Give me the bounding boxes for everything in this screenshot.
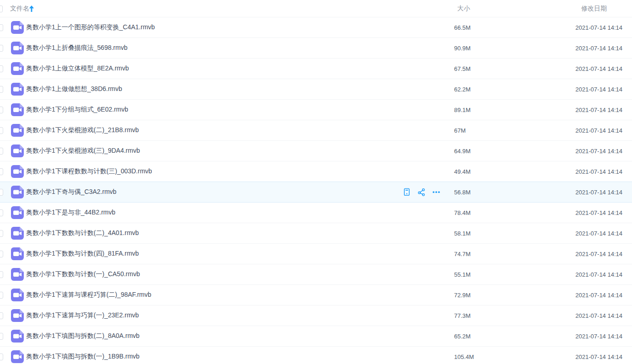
video-file-icon [11, 309, 24, 322]
file-size: 89.1M [454, 107, 471, 113]
more-icon[interactable] [432, 188, 440, 196]
file-name[interactable]: 奥数小学1下填图与拆数(二)_8A0A.rmvb [26, 332, 139, 340]
file-size: 58.1M [454, 230, 471, 237]
file-modified-date: 2021-07-14 14:14 [575, 45, 622, 52]
file-name[interactable]: 奥数小学1下速算与课程巧算(二)_98AF.rmvb [26, 291, 151, 299]
row-actions [403, 188, 440, 196]
file-name[interactable]: 奥数小学1下火柴棍游戏(三)_9DA4.rmvb [26, 147, 140, 155]
file-modified-date: 2021-07-14 14:14 [575, 292, 622, 299]
file-size: 56.8M [454, 189, 471, 196]
column-header-date[interactable]: 修改日期 [581, 5, 607, 13]
file-size: 67.5M [454, 65, 471, 72]
file-size: 78.4M [454, 209, 471, 216]
select-all-checkbox[interactable] [0, 5, 3, 12]
row-checkbox[interactable] [0, 86, 3, 93]
column-header-filename[interactable]: 文件名 [10, 5, 29, 13]
row-checkbox[interactable] [0, 168, 3, 175]
file-name[interactable]: 奥数小学1下课程数数与计数(三)_003D.rmvb [26, 167, 152, 176]
file-row[interactable]: 奥数小学1下奇与偶_C3A2.rmvb 56.8M 2021-07-14 14:… [0, 182, 632, 203]
row-checkbox[interactable] [0, 230, 3, 237]
row-checkbox[interactable] [0, 189, 3, 196]
file-row[interactable]: 奥数小学1下填图与拆数(二)_8A0A.rmvb 65.2M 2021-07-1… [0, 326, 632, 347]
file-modified-date: 2021-07-14 14:14 [575, 209, 622, 216]
file-name[interactable]: 奥数小学1上折叠描痕法_5698.rmvb [26, 44, 128, 52]
device-icon[interactable] [403, 188, 411, 196]
file-modified-date: 2021-07-14 14:14 [575, 189, 622, 196]
file-row[interactable]: 奥数小学1下课程数数与计数(三)_003D.rmvb 49.4M 2021-07… [0, 161, 632, 182]
row-checkbox[interactable] [0, 271, 3, 278]
row-checkbox[interactable] [0, 148, 3, 155]
file-modified-date: 2021-07-14 14:14 [575, 312, 622, 319]
video-file-icon [11, 21, 24, 34]
row-checkbox[interactable] [0, 127, 3, 134]
file-list-header: 文件名 大小 修改日期 [0, 0, 632, 17]
row-checkbox[interactable] [0, 251, 3, 257]
file-row[interactable]: 奥数小学1下分组与组式_6E02.rmvb 89.1M 2021-07-14 1… [0, 100, 632, 120]
sort-ascending-icon[interactable] [29, 5, 34, 12]
file-modified-date: 2021-07-14 14:14 [575, 271, 622, 278]
row-checkbox[interactable] [0, 65, 3, 72]
row-checkbox[interactable] [0, 45, 3, 52]
file-row[interactable]: 奥数小学1下填图与拆数(一)_1B9B.rmvb 105.4M 2021-07-… [0, 347, 632, 364]
video-file-icon [11, 350, 24, 363]
video-file-icon [11, 289, 24, 301]
file-modified-date: 2021-07-14 14:14 [575, 148, 622, 155]
row-checkbox[interactable] [0, 209, 3, 216]
file-size: 55.1M [454, 271, 471, 278]
column-header-size[interactable]: 大小 [457, 5, 470, 13]
video-file-icon [11, 165, 24, 178]
file-row[interactable]: 奥数小学1下数数与计数(四)_81FA.rmvb 74.7M 2021-07-1… [0, 244, 632, 264]
row-checkbox[interactable] [0, 292, 3, 299]
file-name[interactable]: 奥数小学1下数数与计数(一)_CA50.rmvb [26, 270, 140, 278]
row-checkbox[interactable] [0, 24, 3, 31]
file-row[interactable]: 奥数小学1下是与非_44B2.rmvb 78.4M 2021-07-14 14:… [0, 203, 632, 223]
file-name[interactable]: 奥数小学1下数数与计数(四)_81FA.rmvb [26, 250, 139, 258]
video-file-icon [11, 103, 24, 116]
file-name[interactable]: 奥数小学1上做做想想_38D6.rmvb [26, 85, 122, 93]
file-size: 62.2M [454, 86, 471, 93]
video-file-icon [11, 62, 24, 75]
file-row[interactable]: 奥数小学1上折叠描痕法_5698.rmvb 90.9M 2021-07-14 1… [0, 38, 632, 59]
video-file-icon [11, 42, 24, 54]
file-name[interactable]: 奥数小学1下火柴棍游戏(二)_21B8.rmvb [26, 126, 139, 134]
file-name[interactable]: 奥数小学1下速算与巧算(一)_23E2.rmvb [26, 311, 139, 320]
file-row[interactable]: 奥数小学1上一个图形的等积变换_C4A1.rmvb 66.5M 2021-07-… [0, 17, 632, 38]
video-file-icon [11, 227, 24, 240]
file-row[interactable]: 奥数小学1上做做想想_38D6.rmvb 62.2M 2021-07-14 14… [0, 79, 632, 100]
file-row[interactable]: 奥数小学1上做立体模型_8E2A.rmvb 67.5M 2021-07-14 1… [0, 59, 632, 79]
file-size: 72.9M [454, 292, 471, 299]
row-checkbox[interactable] [0, 312, 3, 319]
file-size: 74.7M [454, 251, 471, 257]
file-row[interactable]: 奥数小学1下速算与课程巧算(二)_98AF.rmvb 72.9M 2021-07… [0, 285, 632, 305]
file-name[interactable]: 奥数小学1上做立体模型_8E2A.rmvb [26, 64, 129, 73]
row-checkbox[interactable] [0, 353, 3, 360]
file-size: 65.2M [454, 333, 471, 340]
file-name[interactable]: 奥数小学1下是与非_44B2.rmvb [26, 209, 115, 217]
row-checkbox[interactable] [0, 107, 3, 113]
video-file-icon [11, 186, 24, 198]
file-row[interactable]: 奥数小学1下数数与计数(一)_CA50.rmvb 55.1M 2021-07-1… [0, 264, 632, 285]
file-name[interactable]: 奥数小学1上一个图形的等积变换_C4A1.rmvb [26, 23, 155, 32]
file-row[interactable]: 奥数小学1下数数与计数(二)_4A01.rmvb 58.1M 2021-07-1… [0, 223, 632, 244]
file-size: 105.4M [454, 353, 474, 360]
video-file-icon [11, 268, 24, 281]
share-icon[interactable] [418, 188, 425, 196]
video-file-icon [11, 83, 24, 96]
file-name[interactable]: 奥数小学1下填图与拆数(一)_1B9B.rmvb [26, 353, 139, 361]
file-name[interactable]: 奥数小学1下分组与组式_6E02.rmvb [26, 106, 128, 114]
file-row[interactable]: 奥数小学1下火柴棍游戏(三)_9DA4.rmvb 64.9M 2021-07-1… [0, 141, 632, 161]
file-size: 77.3M [454, 312, 471, 319]
file-modified-date: 2021-07-14 14:14 [575, 168, 622, 175]
file-row[interactable]: 奥数小学1下火柴棍游戏(二)_21B8.rmvb 67M 2021-07-14 … [0, 120, 632, 141]
file-manager: 文件名 大小 修改日期 奥数小学1上一个图形的等积变换_C4A1.rmvb [0, 0, 632, 364]
video-file-icon [11, 247, 24, 260]
file-name[interactable]: 奥数小学1下数数与计数(二)_4A01.rmvb [26, 229, 139, 237]
row-checkbox[interactable] [0, 333, 3, 340]
file-row[interactable]: 奥数小学1下速算与巧算(一)_23E2.rmvb 77.3M 2021-07-1… [0, 305, 632, 326]
video-file-icon [11, 124, 24, 137]
file-modified-date: 2021-07-14 14:14 [575, 127, 622, 134]
file-modified-date: 2021-07-14 14:14 [575, 65, 622, 72]
file-modified-date: 2021-07-14 14:14 [575, 86, 622, 93]
file-name[interactable]: 奥数小学1下奇与偶_C3A2.rmvb [26, 188, 117, 196]
video-file-icon [11, 145, 24, 157]
